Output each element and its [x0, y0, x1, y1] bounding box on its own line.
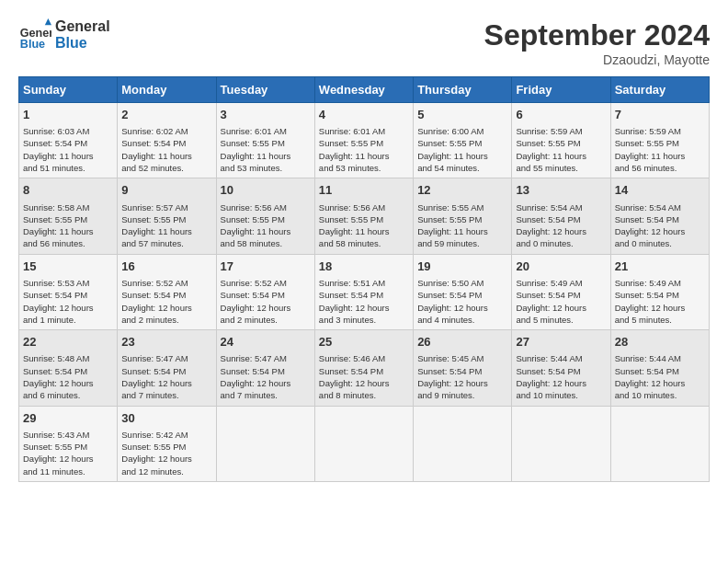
page-header: General Blue General Blue September 2024…	[18, 18, 710, 67]
day-info: Sunrise: 5:48 AM Sunset: 5:54 PM Dayligh…	[23, 352, 113, 401]
calendar-day-cell: 18Sunrise: 5:51 AM Sunset: 5:54 PM Dayli…	[314, 254, 413, 329]
weekday-header: Tuesday	[216, 77, 314, 103]
calendar-day-cell	[414, 406, 512, 481]
day-number: 5	[417, 107, 507, 123]
day-number: 19	[417, 259, 507, 275]
calendar-day-cell: 23Sunrise: 5:47 AM Sunset: 5:54 PM Dayli…	[118, 330, 216, 406]
weekday-header: Saturday	[610, 77, 709, 103]
calendar-day-cell: 26Sunrise: 5:45 AM Sunset: 5:54 PM Dayli…	[414, 330, 512, 406]
day-info: Sunrise: 6:01 AM Sunset: 5:55 PM Dayligh…	[319, 125, 409, 174]
day-number: 27	[516, 334, 606, 350]
day-number: 1	[23, 107, 113, 123]
calendar-day-cell: 5Sunrise: 6:00 AM Sunset: 5:55 PM Daylig…	[414, 103, 512, 178]
day-info: Sunrise: 5:57 AM Sunset: 5:55 PM Dayligh…	[121, 201, 211, 250]
weekday-header: Thursday	[414, 77, 512, 103]
calendar-day-cell: 27Sunrise: 5:44 AM Sunset: 5:54 PM Dayli…	[512, 330, 610, 406]
calendar-day-cell: 12Sunrise: 5:55 AM Sunset: 5:55 PM Dayli…	[414, 178, 512, 254]
day-info: Sunrise: 5:44 AM Sunset: 5:54 PM Dayligh…	[615, 352, 705, 401]
calendar-day-cell	[216, 406, 314, 481]
weekday-header: Friday	[512, 77, 610, 103]
day-number: 15	[23, 259, 113, 275]
calendar-day-cell: 30Sunrise: 5:42 AM Sunset: 5:55 PM Dayli…	[118, 406, 216, 481]
day-number: 4	[319, 107, 409, 123]
day-info: Sunrise: 5:59 AM Sunset: 5:55 PM Dayligh…	[615, 125, 705, 174]
day-info: Sunrise: 5:53 AM Sunset: 5:54 PM Dayligh…	[23, 277, 113, 326]
day-info: Sunrise: 6:03 AM Sunset: 5:54 PM Dayligh…	[23, 125, 113, 174]
calendar-day-cell: 24Sunrise: 5:47 AM Sunset: 5:54 PM Dayli…	[216, 330, 314, 406]
calendar-day-cell: 13Sunrise: 5:54 AM Sunset: 5:54 PM Dayli…	[512, 178, 610, 254]
calendar-table: SundayMondayTuesdayWednesdayThursdayFrid…	[18, 76, 710, 482]
day-info: Sunrise: 5:54 AM Sunset: 5:54 PM Dayligh…	[516, 201, 606, 250]
day-info: Sunrise: 5:59 AM Sunset: 5:55 PM Dayligh…	[516, 125, 606, 174]
day-number: 23	[121, 334, 211, 350]
logo-blue: Blue	[55, 35, 110, 52]
day-info: Sunrise: 6:02 AM Sunset: 5:54 PM Dayligh…	[121, 125, 211, 174]
day-number: 3	[221, 107, 311, 123]
day-info: Sunrise: 5:47 AM Sunset: 5:54 PM Dayligh…	[221, 352, 311, 401]
logo-general: General	[55, 18, 110, 35]
day-info: Sunrise: 5:51 AM Sunset: 5:54 PM Dayligh…	[319, 277, 409, 326]
day-number: 12	[417, 182, 507, 199]
day-number: 7	[615, 107, 705, 123]
day-number: 24	[221, 334, 311, 350]
day-number: 16	[121, 259, 211, 275]
calendar-day-cell: 2Sunrise: 6:02 AM Sunset: 5:54 PM Daylig…	[118, 103, 216, 178]
day-number: 26	[417, 334, 507, 350]
calendar-day-cell: 4Sunrise: 6:01 AM Sunset: 5:55 PM Daylig…	[314, 103, 413, 178]
day-info: Sunrise: 6:01 AM Sunset: 5:55 PM Dayligh…	[221, 125, 311, 174]
day-info: Sunrise: 5:44 AM Sunset: 5:54 PM Dayligh…	[516, 352, 606, 401]
header-row: SundayMondayTuesdayWednesdayThursdayFrid…	[19, 77, 710, 103]
calendar-week-row: 15Sunrise: 5:53 AM Sunset: 5:54 PM Dayli…	[19, 254, 710, 329]
calendar-day-cell: 6Sunrise: 5:59 AM Sunset: 5:55 PM Daylig…	[512, 103, 610, 178]
weekday-header: Wednesday	[314, 77, 413, 103]
day-info: Sunrise: 5:52 AM Sunset: 5:54 PM Dayligh…	[121, 277, 211, 326]
calendar-day-cell: 25Sunrise: 5:46 AM Sunset: 5:54 PM Dayli…	[314, 330, 413, 406]
day-number: 11	[319, 182, 409, 199]
calendar-day-cell: 29Sunrise: 5:43 AM Sunset: 5:55 PM Dayli…	[19, 406, 118, 481]
calendar-day-cell: 15Sunrise: 5:53 AM Sunset: 5:54 PM Dayli…	[19, 254, 118, 329]
calendar-day-cell: 10Sunrise: 5:56 AM Sunset: 5:55 PM Dayli…	[216, 178, 314, 254]
calendar-day-cell: 1Sunrise: 6:03 AM Sunset: 5:54 PM Daylig…	[19, 103, 118, 178]
day-info: Sunrise: 5:43 AM Sunset: 5:55 PM Dayligh…	[23, 429, 113, 477]
calendar-day-cell: 16Sunrise: 5:52 AM Sunset: 5:54 PM Dayli…	[118, 254, 216, 329]
day-number: 8	[23, 182, 113, 199]
day-number: 22	[23, 334, 113, 350]
day-number: 13	[516, 182, 606, 199]
day-number: 9	[121, 182, 211, 199]
day-number: 25	[319, 334, 409, 350]
day-number: 10	[221, 182, 311, 199]
svg-text:Blue: Blue	[20, 38, 45, 51]
calendar-day-cell: 21Sunrise: 5:49 AM Sunset: 5:54 PM Dayli…	[610, 254, 709, 329]
day-info: Sunrise: 5:50 AM Sunset: 5:54 PM Dayligh…	[417, 277, 507, 326]
day-info: Sunrise: 5:49 AM Sunset: 5:54 PM Dayligh…	[615, 277, 705, 326]
day-info: Sunrise: 5:47 AM Sunset: 5:54 PM Dayligh…	[121, 352, 211, 401]
day-number: 21	[615, 259, 705, 275]
calendar-day-cell: 3Sunrise: 6:01 AM Sunset: 5:55 PM Daylig…	[216, 103, 314, 178]
calendar-day-cell	[610, 406, 709, 481]
day-number: 30	[121, 410, 211, 427]
calendar-day-cell: 8Sunrise: 5:58 AM Sunset: 5:55 PM Daylig…	[19, 178, 118, 254]
day-info: Sunrise: 6:00 AM Sunset: 5:55 PM Dayligh…	[417, 125, 507, 174]
calendar-day-cell: 20Sunrise: 5:49 AM Sunset: 5:54 PM Dayli…	[512, 254, 610, 329]
day-info: Sunrise: 5:42 AM Sunset: 5:55 PM Dayligh…	[121, 429, 211, 477]
day-number: 18	[319, 259, 409, 275]
day-info: Sunrise: 5:54 AM Sunset: 5:54 PM Dayligh…	[615, 201, 705, 250]
day-info: Sunrise: 5:45 AM Sunset: 5:54 PM Dayligh…	[417, 352, 507, 401]
weekday-header: Monday	[118, 77, 216, 103]
calendar-day-cell: 9Sunrise: 5:57 AM Sunset: 5:55 PM Daylig…	[118, 178, 216, 254]
day-number: 28	[615, 334, 705, 350]
calendar-day-cell: 14Sunrise: 5:54 AM Sunset: 5:54 PM Dayli…	[610, 178, 709, 254]
calendar-day-cell: 19Sunrise: 5:50 AM Sunset: 5:54 PM Dayli…	[414, 254, 512, 329]
weekday-header: Sunday	[19, 77, 118, 103]
title-block: September 2024 Dzaoudzi, Mayotte	[484, 18, 710, 67]
calendar-week-row: 1Sunrise: 6:03 AM Sunset: 5:54 PM Daylig…	[19, 103, 710, 178]
day-info: Sunrise: 5:55 AM Sunset: 5:55 PM Dayligh…	[417, 201, 507, 250]
day-info: Sunrise: 5:56 AM Sunset: 5:55 PM Dayligh…	[319, 201, 409, 250]
day-number: 29	[23, 410, 113, 427]
month-title: September 2024	[484, 18, 710, 52]
calendar-week-row: 29Sunrise: 5:43 AM Sunset: 5:55 PM Dayli…	[19, 406, 710, 481]
day-info: Sunrise: 5:46 AM Sunset: 5:54 PM Dayligh…	[319, 352, 409, 401]
calendar-day-cell: 11Sunrise: 5:56 AM Sunset: 5:55 PM Dayli…	[314, 178, 413, 254]
day-number: 2	[121, 107, 211, 123]
logo: General Blue General Blue	[18, 18, 110, 52]
